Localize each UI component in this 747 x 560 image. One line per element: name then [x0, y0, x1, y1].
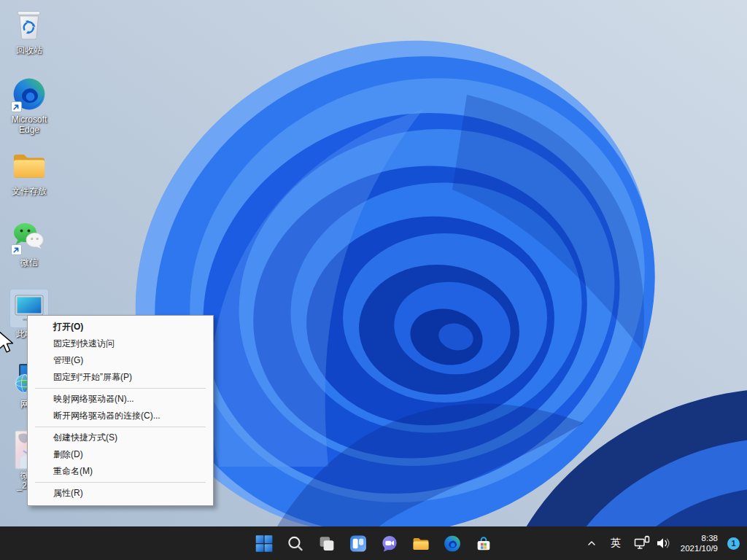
edge-icon	[443, 534, 461, 553]
task-view-icon	[317, 534, 336, 553]
menu-item-pin-to-start[interactable]: 固定到“开始”屏幕(P)	[28, 369, 213, 386]
widgets-icon	[349, 534, 367, 553]
search-icon	[286, 534, 304, 553]
chat-icon	[380, 534, 398, 553]
desktop-icon-file-folder[interactable]: 文件存放	[4, 147, 54, 196]
start-button[interactable]	[249, 529, 279, 558]
taskbar: 英 8:38	[0, 526, 747, 560]
mouse-cursor	[0, 330, 15, 355]
tray-network-volume-button[interactable]	[630, 529, 676, 558]
menu-item-delete[interactable]: 删除(D)	[28, 446, 213, 463]
file-explorer-button[interactable]	[406, 529, 436, 558]
taskbar-center-group	[249, 526, 498, 560]
file-explorer-icon	[411, 534, 430, 553]
chevron-up-icon	[586, 537, 597, 549]
task-view-button[interactable]	[312, 529, 341, 558]
folder-icon	[10, 147, 48, 184]
wechat-icon	[10, 218, 48, 256]
volume-icon	[656, 535, 672, 551]
windows-logo-icon	[255, 534, 273, 553]
widgets-button[interactable]	[344, 529, 373, 558]
shortcut-arrow-icon	[11, 101, 22, 112]
menu-item-open[interactable]: 打开(O)	[28, 319, 213, 335]
tray-clock[interactable]: 8:38 2021/10/9	[678, 533, 721, 553]
menu-separator	[35, 427, 206, 427]
icon-label: 回收站	[16, 45, 42, 55]
edge-taskbar-button[interactable]	[438, 529, 467, 558]
system-tray: 英 8:38	[581, 526, 744, 560]
menu-item-pin-to-quick-access[interactable]: 固定到快速访问	[28, 335, 213, 352]
menu-item-manage[interactable]: 管理(G)	[28, 352, 213, 369]
menu-separator	[35, 388, 206, 389]
tray-chevron-up-button[interactable]	[581, 529, 602, 558]
desktop-icon-microsoft-edge[interactable]: Microsoft Edge	[4, 75, 54, 135]
clock-time: 8:38	[681, 533, 718, 543]
ethernet-network-icon	[634, 535, 650, 551]
chat-button[interactable]	[375, 529, 404, 558]
menu-separator	[35, 482, 206, 483]
desktop-icon-wechat[interactable]: 微信	[4, 218, 54, 268]
recycle-bin-icon	[10, 6, 48, 44]
microsoft-store-button[interactable]	[469, 529, 498, 558]
edge-icon	[10, 75, 48, 113]
menu-item-properties[interactable]: 属性(R)	[28, 485, 213, 502]
context-menu: 打开(O) 固定到快速访问 管理(G) 固定到“开始”屏幕(P) 映射网络驱动器…	[27, 315, 214, 506]
microsoft-store-icon	[474, 534, 492, 553]
desktop-icon-recycle-bin[interactable]: 回收站	[4, 6, 54, 55]
icon-label: 文件存放	[12, 186, 47, 196]
notification-badge[interactable]: 1	[727, 537, 740, 550]
icon-label: 微信	[20, 257, 38, 268]
menu-item-map-network-drive[interactable]: 映射网络驱动器(N)...	[28, 391, 213, 408]
search-button[interactable]	[281, 529, 310, 558]
tray-ime-indicator[interactable]: 英	[603, 529, 628, 558]
menu-item-create-shortcut[interactable]: 创建快捷方式(S)	[28, 429, 213, 446]
menu-item-disconnect-network-drive[interactable]: 断开网络驱动器的连接(C)...	[28, 408, 213, 424]
screen: 回收站	[0, 0, 747, 560]
clock-date: 2021/10/9	[681, 543, 718, 553]
menu-item-rename[interactable]: 重命名(M)	[28, 463, 213, 480]
shortcut-arrow-icon	[11, 244, 22, 255]
icon-label: Microsoft Edge	[12, 114, 47, 135]
desktop[interactable]: 回收站	[0, 0, 747, 526]
